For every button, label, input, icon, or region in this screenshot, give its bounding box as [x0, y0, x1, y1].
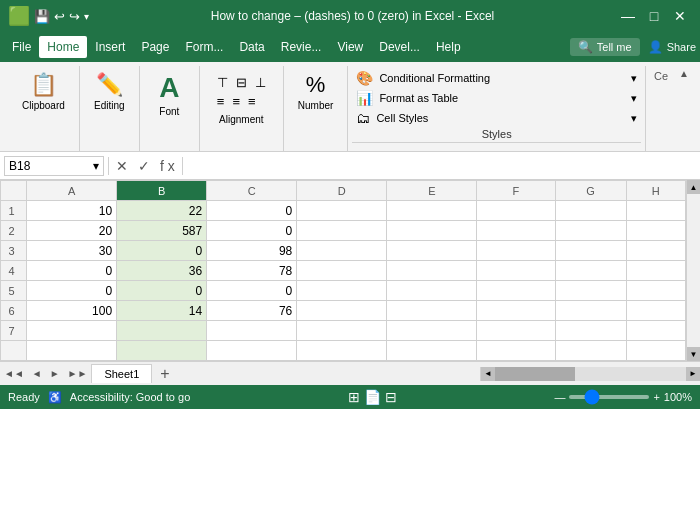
- align-top-icon[interactable]: ⊤: [214, 74, 231, 91]
- editing-button[interactable]: ✏️ Editing: [88, 70, 131, 115]
- zoom-out-btn[interactable]: —: [554, 391, 565, 403]
- col-header-H[interactable]: H: [626, 181, 685, 201]
- col-header-A[interactable]: A: [27, 181, 117, 201]
- formula-function-btn[interactable]: f x: [157, 158, 178, 174]
- cell-B8[interactable]: [117, 341, 207, 361]
- cell-styles-btn[interactable]: 🗂 Cell Styles ▾: [352, 108, 641, 128]
- sheet-tab-sheet1[interactable]: Sheet1: [91, 364, 152, 383]
- cell-B5[interactable]: 0: [117, 281, 207, 301]
- cell-E6[interactable]: [387, 301, 477, 321]
- cell-E7[interactable]: [387, 321, 477, 341]
- minimize-button[interactable]: —: [616, 4, 640, 28]
- align-center-icon[interactable]: ≡: [229, 93, 243, 110]
- cell-D5[interactable]: [297, 281, 387, 301]
- cell-H1[interactable]: [626, 201, 685, 221]
- cell-D1[interactable]: [297, 201, 387, 221]
- maximize-button[interactable]: □: [642, 4, 666, 28]
- cell-D6[interactable]: [297, 301, 387, 321]
- col-header-G[interactable]: G: [555, 181, 626, 201]
- cell-A3[interactable]: 30: [27, 241, 117, 261]
- cell-B7[interactable]: [117, 321, 207, 341]
- normal-view-btn[interactable]: ⊞: [348, 389, 360, 405]
- cell-A6[interactable]: 100: [27, 301, 117, 321]
- cell-E1[interactable]: [387, 201, 477, 221]
- zoom-slider[interactable]: [569, 395, 649, 399]
- col-header-C[interactable]: C: [207, 181, 297, 201]
- cell-E3[interactable]: [387, 241, 477, 261]
- menu-developer[interactable]: Devel...: [371, 36, 428, 58]
- share-button[interactable]: 👤 Share: [648, 40, 696, 54]
- cell-F2[interactable]: [477, 221, 555, 241]
- menu-page[interactable]: Page: [133, 36, 177, 58]
- cell-G7[interactable]: [555, 321, 626, 341]
- cell-B4[interactable]: 36: [117, 261, 207, 281]
- add-sheet-btn[interactable]: +: [154, 365, 175, 383]
- cell-F6[interactable]: [477, 301, 555, 321]
- scroll-right-btn[interactable]: ►: [686, 367, 700, 381]
- cell-G4[interactable]: [555, 261, 626, 281]
- cell-B1[interactable]: 22: [117, 201, 207, 221]
- cell-ref-dropdown[interactable]: ▾: [93, 159, 99, 173]
- sheet-tab-scroll-left[interactable]: ◄◄: [0, 366, 28, 381]
- cell-H4[interactable]: [626, 261, 685, 281]
- cell-A8[interactable]: [27, 341, 117, 361]
- h-scroll-track[interactable]: [495, 367, 686, 381]
- cell-F8[interactable]: [477, 341, 555, 361]
- scroll-left-btn[interactable]: ◄: [481, 367, 495, 381]
- cell-B2[interactable]: 587: [117, 221, 207, 241]
- cell-G6[interactable]: [555, 301, 626, 321]
- formula-cancel-btn[interactable]: ✕: [113, 158, 131, 174]
- sheet-tab-scroll-right[interactable]: ►►: [64, 366, 92, 381]
- cell-D4[interactable]: [297, 261, 387, 281]
- cell-C3[interactable]: 98: [207, 241, 297, 261]
- menu-format[interactable]: Form...: [177, 36, 231, 58]
- cell-G2[interactable]: [555, 221, 626, 241]
- sheet-tab-scroll-prev[interactable]: ◄: [28, 366, 46, 381]
- format-as-table-btn[interactable]: 📊 Format as Table ▾: [352, 88, 641, 108]
- cell-C4[interactable]: 78: [207, 261, 297, 281]
- cell-H3[interactable]: [626, 241, 685, 261]
- cell-E2[interactable]: [387, 221, 477, 241]
- scroll-up-btn[interactable]: ▲: [687, 180, 701, 194]
- cell-H5[interactable]: [626, 281, 685, 301]
- quick-access-save[interactable]: 💾: [34, 9, 50, 24]
- cell-C5[interactable]: 0: [207, 281, 297, 301]
- cell-A5[interactable]: 0: [27, 281, 117, 301]
- vertical-scrollbar[interactable]: ▲ ▼: [686, 180, 700, 361]
- page-layout-btn[interactable]: 📄: [364, 389, 381, 405]
- cell-E5[interactable]: [387, 281, 477, 301]
- cell-H8[interactable]: [626, 341, 685, 361]
- cell-C1[interactable]: 0: [207, 201, 297, 221]
- menu-help[interactable]: Help: [428, 36, 469, 58]
- formula-input[interactable]: [187, 157, 696, 175]
- close-button[interactable]: ✕: [668, 4, 692, 28]
- cell-G5[interactable]: [555, 281, 626, 301]
- cell-D8[interactable]: [297, 341, 387, 361]
- conditional-formatting-btn[interactable]: 🎨 Conditional Formatting ▾: [352, 68, 641, 88]
- ribbon-collapse-btn[interactable]: ▲: [676, 66, 692, 81]
- cell-reference-box[interactable]: B18 ▾: [4, 156, 104, 176]
- cell-C7[interactable]: [207, 321, 297, 341]
- col-header-D[interactable]: D: [297, 181, 387, 201]
- cell-F4[interactable]: [477, 261, 555, 281]
- number-button[interactable]: % Number: [292, 70, 340, 115]
- quick-access-undo[interactable]: ↩: [54, 9, 65, 24]
- scroll-down-btn[interactable]: ▼: [687, 347, 701, 361]
- cell-B3[interactable]: 0: [117, 241, 207, 261]
- cell-E8[interactable]: [387, 341, 477, 361]
- align-left-icon[interactable]: ≡: [214, 93, 228, 110]
- cell-G1[interactable]: [555, 201, 626, 221]
- menu-insert[interactable]: Insert: [87, 36, 133, 58]
- horizontal-scrollbar[interactable]: ◄ ►: [480, 367, 700, 381]
- col-header-F[interactable]: F: [477, 181, 555, 201]
- cell-F7[interactable]: [477, 321, 555, 341]
- col-header-B[interactable]: B: [117, 181, 207, 201]
- quick-access-redo[interactable]: ↪: [69, 9, 80, 24]
- cell-C8[interactable]: [207, 341, 297, 361]
- cell-E4[interactable]: [387, 261, 477, 281]
- alignment-button[interactable]: ⊤ ⊟ ⊥ ≡ ≡ ≡ Alignment: [208, 70, 275, 129]
- h-scroll-thumb[interactable]: [495, 367, 575, 381]
- cell-H6[interactable]: [626, 301, 685, 321]
- menu-file[interactable]: File: [4, 36, 39, 58]
- zoom-in-btn[interactable]: +: [653, 391, 659, 403]
